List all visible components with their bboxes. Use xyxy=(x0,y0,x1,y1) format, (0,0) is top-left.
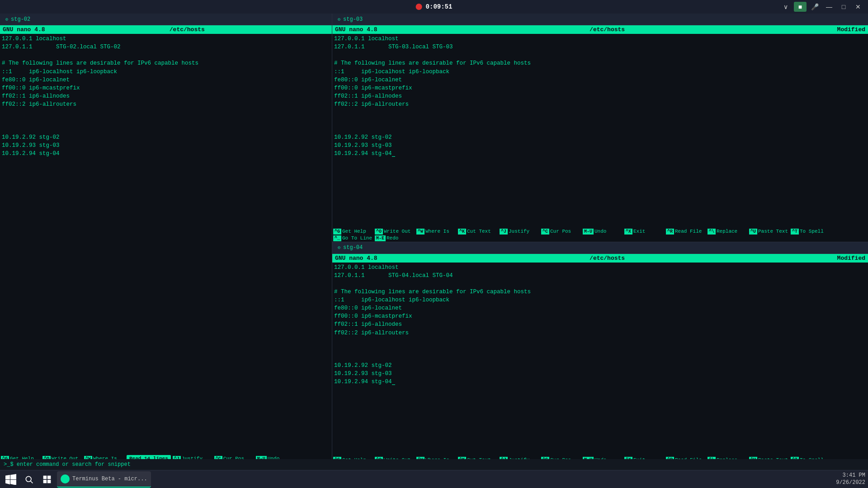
tab-label-stg02: stg-02 xyxy=(11,16,30,23)
lbl-re-stg03: Redo xyxy=(387,235,398,241)
main-area: ⊙ stg-02 GNU nano 4.8 /etc/hosts 127.0.0… xyxy=(0,14,868,470)
nano-text-stg03: 127.0.0.1 localhost 127.0.1.1 STG-03.loc… xyxy=(334,35,866,158)
title-bar: 0:09:51 ∨ ■ 🎤 — □ ✕ xyxy=(0,0,868,14)
cmd-un-stg03[interactable]: M-U Undo xyxy=(583,229,623,235)
timer-display: 0:09:51 xyxy=(426,3,453,10)
key-ts-stg03: ^T xyxy=(791,229,799,235)
taskbar-date-display: 9/26/2022 xyxy=(836,479,865,487)
status-bar[interactable]: >_$ enter command or search for snippet xyxy=(0,459,868,470)
taskbar-right: 3:41 PM 9/26/2022 xyxy=(836,472,865,486)
panel-stg03: ⊙ stg-03 GNU nano 4.8 /etc/hosts Modifie… xyxy=(332,14,868,242)
chevron-button[interactable]: ∨ xyxy=(779,2,792,12)
terminus-app-icon xyxy=(61,474,70,483)
panel-stg04: ⊙ stg-04 GNU nano 4.8 /etc/hosts Modifie… xyxy=(332,242,868,470)
svg-point-0 xyxy=(26,476,31,482)
command-prompt[interactable]: >_$ enter command or search for snippet xyxy=(4,461,131,468)
lbl-wi-stg03: Where Is xyxy=(425,229,449,234)
key-cut-stg03: ^K xyxy=(458,229,466,235)
lbl-cut-stg03: Cut Text xyxy=(467,229,491,234)
nano-title-center-stg03: /etc/hosts xyxy=(590,26,625,33)
nano-title-right-stg03: Modified xyxy=(837,26,865,33)
cmd-ts-stg03[interactable]: ^T To Spell xyxy=(791,229,831,235)
key-pt-stg03: ^U xyxy=(749,229,757,235)
cmd-rf-stg03[interactable]: ^R Read File xyxy=(666,229,707,235)
taskbar-clock: 3:41 PM 9/26/2022 xyxy=(836,472,865,486)
lbl-pt-stg03: Paste Text xyxy=(758,229,788,234)
search-taskbar-icon[interactable] xyxy=(21,471,37,488)
tab-label-stg03: stg-03 xyxy=(343,16,363,23)
cmd-pt-stg03[interactable]: ^U Paste Text xyxy=(749,229,790,235)
tab-stg04[interactable]: ⊙ stg-04 xyxy=(332,242,868,254)
cmd-help-stg03[interactable]: ^G Get Help xyxy=(333,229,374,235)
nano-titlebar-stg04: GNU nano 4.8 /etc/hosts Modified xyxy=(332,254,868,263)
key-re-stg03: M-E xyxy=(375,235,386,241)
svg-rect-3 xyxy=(47,475,51,479)
tab-icon-stg03: ⊙ xyxy=(338,17,340,22)
left-panel-stg02: ⊙ stg-02 GNU nano 4.8 /etc/hosts 127.0.0… xyxy=(0,14,332,470)
maximize-button[interactable]: □ xyxy=(837,2,850,12)
right-panels: ⊙ stg-03 GNU nano 4.8 /etc/hosts Modifie… xyxy=(332,14,868,470)
cmd-exit-stg03[interactable]: ^X Exit xyxy=(624,229,665,235)
key-ex-stg03: ^X xyxy=(624,229,632,235)
tab-stg02[interactable]: ⊙ stg-02 xyxy=(0,14,332,25)
start-button[interactable] xyxy=(3,471,19,488)
task-view-icon[interactable] xyxy=(39,471,55,488)
cmd-wo-stg03[interactable]: ^O Write Out xyxy=(375,229,415,235)
window-controls[interactable]: ∨ ■ 🎤 — □ ✕ xyxy=(779,2,864,12)
windows-logo-icon xyxy=(5,474,16,485)
lbl-gh-stg03: Get Help xyxy=(342,229,366,234)
tab-icon-stg04: ⊙ xyxy=(338,245,340,250)
key-gh-stg03: ^G xyxy=(333,229,341,235)
key-jus-stg03: ^J xyxy=(500,229,508,235)
svg-rect-2 xyxy=(43,475,47,479)
key-cp-stg03: ^C xyxy=(541,229,549,235)
nano-content-stg02[interactable]: 127.0.0.1 localhost 127.0.1.1 STG-02.loc… xyxy=(0,34,332,454)
rec-dot xyxy=(416,4,422,10)
nano-text-stg02: 127.0.0.1 localhost 127.0.1.1 STG-02.loc… xyxy=(2,35,330,158)
nano-content-stg04[interactable]: 127.0.0.1 localhost 127.0.1.1 STG-04.loc… xyxy=(332,263,868,457)
cmd-wi-stg03[interactable]: ^W Where Is xyxy=(416,229,457,235)
cmd-cp-stg03[interactable]: ^C Cur Pos xyxy=(541,229,582,235)
taskbar-app-terminus[interactable]: Terminus Beta - micr... xyxy=(57,471,151,488)
tab-icon-stg02: ⊙ xyxy=(5,17,8,22)
key-gl-stg03: ^_ xyxy=(333,235,341,241)
lbl-ts-stg03: To Spell xyxy=(800,229,824,234)
terminus-app-label: Terminus Beta - micr... xyxy=(72,476,147,482)
stop-button[interactable]: ■ xyxy=(794,2,807,12)
close-button[interactable]: ✕ xyxy=(852,2,864,12)
recording-indicator: 0:09:51 xyxy=(416,3,453,10)
nano-titlebar-stg02: GNU nano 4.8 /etc/hosts xyxy=(0,25,332,34)
cmd-jus-stg03[interactable]: ^J Justify xyxy=(500,229,540,235)
lbl-cp-stg03: Cur Pos xyxy=(550,229,571,234)
nano-footer-stg03: ^G Get Help ^O Write Out ^W Where Is ^K … xyxy=(332,228,868,242)
key-rep-stg03: ^\ xyxy=(708,229,716,235)
lbl-ex-stg03: Exit xyxy=(633,229,645,234)
minimize-button[interactable]: — xyxy=(823,2,835,12)
tab-stg03[interactable]: ⊙ stg-03 xyxy=(332,14,868,25)
svg-line-1 xyxy=(31,481,33,483)
mic-button[interactable]: 🎤 xyxy=(808,2,821,12)
key-rf-stg03: ^R xyxy=(666,229,674,235)
lbl-un-stg03: Undo xyxy=(594,229,606,234)
nano-title-left-stg02: GNU nano 4.8 xyxy=(3,26,45,33)
nano-content-stg03[interactable]: 127.0.0.1 localhost 127.0.1.1 STG-03.loc… xyxy=(332,34,868,228)
nano-titlebar-stg03: GNU nano 4.8 /etc/hosts Modified xyxy=(332,25,868,34)
taskbar-time-display: 3:41 PM xyxy=(836,472,865,479)
key-un-stg03: M-U xyxy=(583,229,594,235)
lbl-wo-stg03: Write Out xyxy=(384,229,410,234)
nano-title-left-stg04: GNU nano 4.8 xyxy=(335,255,377,262)
cmd-cut-stg03[interactable]: ^K Cut Text xyxy=(458,229,499,235)
lbl-rf-stg03: Read File xyxy=(675,229,702,234)
cmd-rep-stg03[interactable]: ^\ Replace xyxy=(708,229,748,235)
svg-rect-4 xyxy=(43,479,47,483)
lbl-gl-stg03: Go To Line xyxy=(342,235,372,241)
taskbar: Terminus Beta - micr... 3:41 PM 9/26/202… xyxy=(0,470,868,488)
nano-title-center-stg04: /etc/hosts xyxy=(590,255,625,262)
key-wi-stg03: ^W xyxy=(416,229,425,235)
panels-row: ⊙ stg-02 GNU nano 4.8 /etc/hosts 127.0.0… xyxy=(0,14,868,470)
cmd-re-stg03[interactable]: M-E Redo xyxy=(375,235,415,241)
nano-title-left-stg03: GNU nano 4.8 xyxy=(335,26,377,33)
nano-text-stg04: 127.0.0.1 localhost 127.0.1.1 STG-04.loc… xyxy=(334,263,866,386)
nano-title-center-stg02: /etc/hosts xyxy=(170,26,205,33)
cmd-gl-stg03[interactable]: ^_ Go To Line xyxy=(333,235,374,241)
